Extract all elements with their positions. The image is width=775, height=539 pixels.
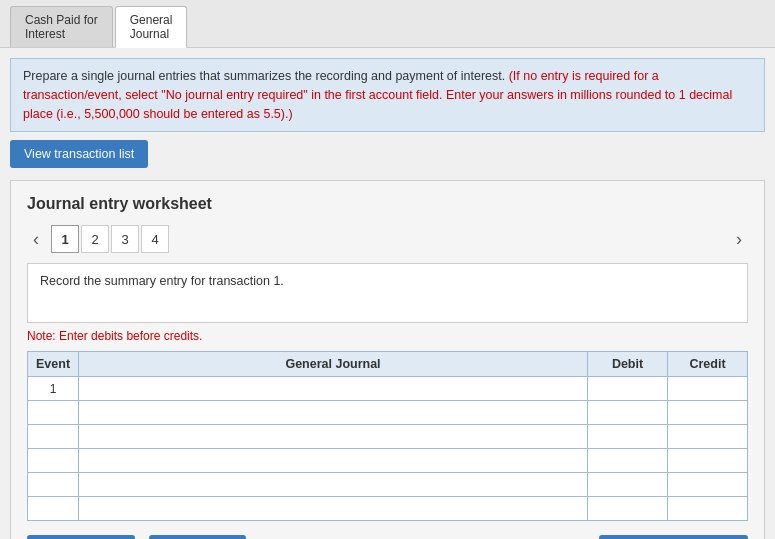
debit-input-5[interactable] bbox=[592, 477, 663, 493]
table-row: 1 bbox=[28, 377, 748, 401]
page-tab-4[interactable]: 4 bbox=[141, 225, 169, 253]
event-cell-1: 1 bbox=[28, 377, 79, 401]
debit-cell-4[interactable] bbox=[588, 449, 668, 473]
view-transaction-button[interactable]: View transaction list bbox=[10, 140, 148, 168]
debit-cell-6[interactable] bbox=[588, 497, 668, 521]
credit-cell-5[interactable] bbox=[668, 473, 748, 497]
credit-input-4[interactable] bbox=[672, 453, 743, 469]
credit-cell-4[interactable] bbox=[668, 449, 748, 473]
description-box: Record the summary entry for transaction… bbox=[27, 263, 748, 323]
description-text: Record the summary entry for transaction… bbox=[40, 274, 284, 288]
view-general-journal-button[interactable]: View general journal bbox=[599, 535, 748, 539]
page-tabs: 1 2 3 4 bbox=[51, 225, 171, 253]
general-journal-input-5[interactable] bbox=[83, 477, 583, 493]
col-header-general-journal: General Journal bbox=[79, 352, 588, 377]
credit-input-2[interactable] bbox=[672, 405, 743, 421]
table-row bbox=[28, 473, 748, 497]
general-journal-cell-4[interactable] bbox=[79, 449, 588, 473]
note-text: Note: Enter debits before credits. bbox=[27, 329, 748, 343]
worksheet-title: Journal entry worksheet bbox=[27, 195, 748, 213]
col-header-credit: Credit bbox=[668, 352, 748, 377]
bottom-buttons: Record entry Clear entry View general jo… bbox=[27, 535, 748, 539]
credit-cell-1[interactable] bbox=[668, 377, 748, 401]
page-tab-3[interactable]: 3 bbox=[111, 225, 139, 253]
table-row bbox=[28, 449, 748, 473]
credit-input-5[interactable] bbox=[672, 477, 743, 493]
clear-entry-button[interactable]: Clear entry bbox=[149, 535, 246, 539]
general-journal-input-1[interactable] bbox=[83, 381, 583, 397]
nav-row: ‹ 1 2 3 4 › bbox=[27, 225, 748, 253]
credit-cell-3[interactable] bbox=[668, 425, 748, 449]
worksheet-container: Journal entry worksheet ‹ 1 2 3 4 › Reco… bbox=[10, 180, 765, 539]
credit-cell-6[interactable] bbox=[668, 497, 748, 521]
general-journal-input-6[interactable] bbox=[83, 501, 583, 517]
view-btn-container: View transaction list bbox=[10, 140, 765, 168]
general-journal-cell-6[interactable] bbox=[79, 497, 588, 521]
next-arrow[interactable]: › bbox=[730, 227, 748, 252]
tab-cash-paid[interactable]: Cash Paid for Interest bbox=[10, 6, 113, 47]
credit-cell-2[interactable] bbox=[668, 401, 748, 425]
debit-cell-2[interactable] bbox=[588, 401, 668, 425]
event-cell-5 bbox=[28, 473, 79, 497]
debit-input-4[interactable] bbox=[592, 453, 663, 469]
record-entry-button[interactable]: Record entry bbox=[27, 535, 135, 539]
general-journal-input-4[interactable] bbox=[83, 453, 583, 469]
col-header-event: Event bbox=[28, 352, 79, 377]
debit-input-3[interactable] bbox=[592, 429, 663, 445]
prev-arrow[interactable]: ‹ bbox=[27, 227, 45, 252]
tabs-container: Cash Paid for Interest General Journal bbox=[0, 0, 775, 48]
table-row bbox=[28, 425, 748, 449]
debit-cell-3[interactable] bbox=[588, 425, 668, 449]
credit-input-6[interactable] bbox=[672, 501, 743, 517]
general-journal-cell-2[interactable] bbox=[79, 401, 588, 425]
info-text-normal: Prepare a single journal entries that su… bbox=[23, 69, 509, 83]
event-cell-2 bbox=[28, 401, 79, 425]
general-journal-cell-5[interactable] bbox=[79, 473, 588, 497]
general-journal-input-2[interactable] bbox=[83, 405, 583, 421]
debit-input-1[interactable] bbox=[592, 381, 663, 397]
page-tab-1[interactable]: 1 bbox=[51, 225, 79, 253]
col-header-debit: Debit bbox=[588, 352, 668, 377]
info-box: Prepare a single journal entries that su… bbox=[10, 58, 765, 132]
table-row bbox=[28, 401, 748, 425]
debit-input-6[interactable] bbox=[592, 501, 663, 517]
general-journal-cell-1[interactable] bbox=[79, 377, 588, 401]
journal-table: Event General Journal Debit Credit 1 bbox=[27, 351, 748, 521]
general-journal-cell-3[interactable] bbox=[79, 425, 588, 449]
debit-cell-1[interactable] bbox=[588, 377, 668, 401]
event-cell-3 bbox=[28, 425, 79, 449]
debit-cell-5[interactable] bbox=[588, 473, 668, 497]
table-row bbox=[28, 497, 748, 521]
general-journal-input-3[interactable] bbox=[83, 429, 583, 445]
debit-input-2[interactable] bbox=[592, 405, 663, 421]
event-cell-6 bbox=[28, 497, 79, 521]
event-cell-4 bbox=[28, 449, 79, 473]
page-tab-2[interactable]: 2 bbox=[81, 225, 109, 253]
credit-input-1[interactable] bbox=[672, 381, 743, 397]
tab-general-journal[interactable]: General Journal bbox=[115, 6, 188, 48]
credit-input-3[interactable] bbox=[672, 429, 743, 445]
